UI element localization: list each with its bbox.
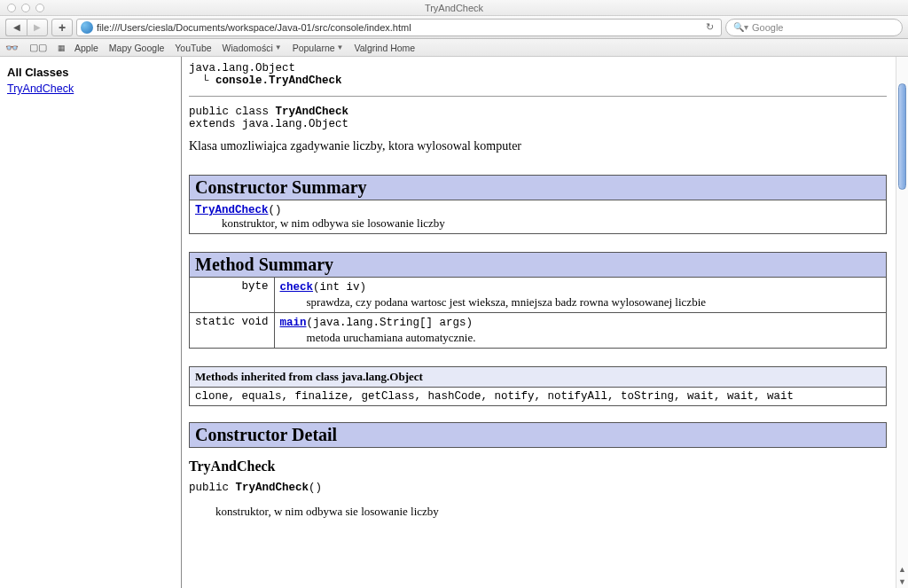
search-icon: 🔍▾: [733, 22, 748, 32]
add-bookmark-button[interactable]: +: [51, 19, 73, 36]
back-button[interactable]: ◀: [5, 19, 27, 36]
address-bar[interactable]: file:///Users/ciesla/Documents/workspace…: [76, 19, 722, 36]
scroll-down-arrow[interactable]: ▼: [896, 576, 908, 588]
reload-button[interactable]: ↻: [702, 21, 717, 33]
site-favicon: [81, 21, 93, 34]
sidebar-frame: All Classes TryAndCheck: [0, 57, 182, 588]
browser-toolbar: ◀ ▶ + file:///Users/ciesla/Documents/wor…: [0, 16, 908, 39]
sidebar-link-tryandcheck[interactable]: TryAndCheck: [7, 82, 74, 95]
constructor-summary-row: TryAndCheck() konstruktor, w nim odbywa …: [190, 200, 887, 234]
method-cell: main(java.lang.String[] args) metoda uru…: [274, 313, 886, 349]
bookmarks-bar: 👓 ▢▢ ▦ Apple Mapy Google YouTube Wiadomo…: [0, 39, 908, 57]
bookmark-youtube[interactable]: YouTube: [175, 43, 211, 53]
table-row: static void main(java.lang.String[] args…: [190, 313, 887, 349]
bookmark-valgrind-home[interactable]: Valgrind Home: [354, 43, 415, 53]
reader-icon[interactable]: 👓: [5, 42, 19, 54]
scrollbar-thumb[interactable]: [898, 83, 906, 190]
inherited-list: clone, equals, finalize, getClass, hashC…: [190, 388, 887, 406]
method-modifier: byte: [190, 278, 275, 313]
bookmark-mapy-google[interactable]: Mapy Google: [109, 43, 164, 53]
constructor-detail-desc: konstruktor, w nim odbywa sie losowanie …: [189, 505, 887, 519]
bookmark-popularne[interactable]: Popularne▼: [293, 43, 344, 53]
method-cell: check(int iv) sprawdza, czy podana warto…: [274, 278, 886, 313]
window-title: TryAndCheck: [0, 3, 908, 13]
content-frameset: All Classes TryAndCheck java.lang.Object…: [0, 57, 908, 588]
constructor-summary-header: Constructor Summary: [190, 176, 887, 200]
constructor-detail-signature: public TryAndCheck(): [189, 482, 887, 494]
divider: [189, 96, 887, 97]
vertical-scrollbar[interactable]: ▲ ▼: [896, 57, 908, 588]
constructor-desc: konstruktor, w nim odbywa sie losowanie …: [195, 216, 881, 231]
constructor-detail-header: Constructor Detail: [189, 422, 887, 448]
class-description: Klasa umozliwiajca zgadywanie liczby, kt…: [189, 139, 887, 153]
bookmark-apple[interactable]: Apple: [74, 43, 98, 53]
topsite-icon[interactable]: ▦: [58, 43, 64, 52]
constructor-detail-name: TryAndCheck: [189, 459, 887, 474]
method-summary-header: Method Summary: [190, 253, 887, 278]
method-modifier: static void: [190, 313, 275, 349]
main-frame: java.lang.Object └ console.TryAndCheck p…: [182, 57, 908, 588]
show-all-bookmarks-icon[interactable]: ▢▢: [29, 42, 47, 53]
url-text: file:///Users/ciesla/Documents/workspace…: [97, 22, 411, 33]
inherited-methods-table: Methods inherited from class java.lang.O…: [189, 366, 887, 406]
search-field[interactable]: 🔍▾ Google: [725, 19, 903, 36]
forward-button[interactable]: ▶: [27, 19, 48, 36]
method-desc: metoda uruchamiana automatycznie.: [280, 331, 881, 345]
method-desc: sprawdza, czy podana wartosc jest wieksz…: [280, 295, 881, 310]
class-declaration: public class TryAndCheck extends java.la…: [189, 106, 887, 130]
inherited-header: Methods inherited from class java.lang.O…: [190, 367, 887, 388]
nav-group: ◀ ▶: [5, 19, 48, 36]
sidebar-heading: All Classes: [7, 66, 174, 79]
window-titlebar: TryAndCheck: [0, 0, 908, 16]
inheritance-tree: java.lang.Object └ console.TryAndCheck: [189, 62, 887, 87]
constructor-link[interactable]: TryAndCheck: [195, 204, 269, 216]
constructor-summary-table: Constructor Summary TryAndCheck() konstr…: [189, 175, 887, 234]
method-link-check[interactable]: check: [280, 281, 314, 294]
scroll-up-arrow[interactable]: ▲: [896, 563, 908, 576]
method-link-main[interactable]: main: [280, 317, 307, 329]
table-row: byte check(int iv) sprawdza, czy podana …: [190, 278, 887, 313]
bookmark-wiadomosci[interactable]: Wiadomości▼: [223, 43, 282, 53]
method-summary-table: Method Summary byte check(int iv) sprawd…: [189, 252, 887, 349]
search-placeholder: Google: [752, 22, 783, 33]
